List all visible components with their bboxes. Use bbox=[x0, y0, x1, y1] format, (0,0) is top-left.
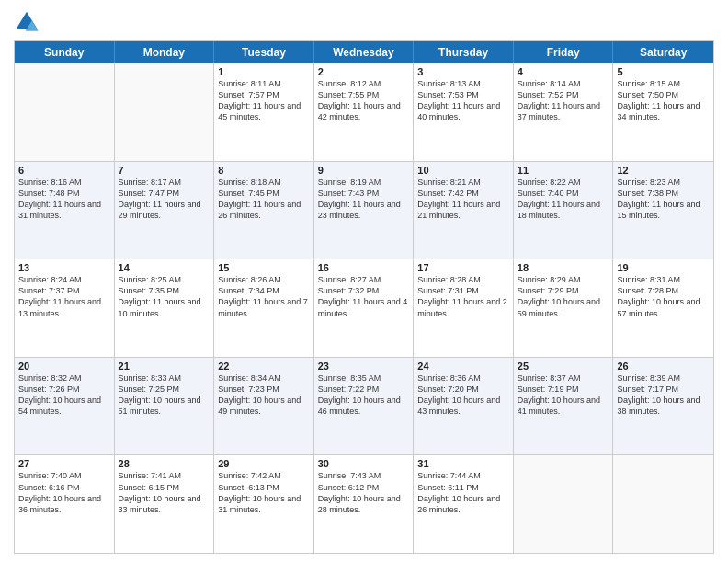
day-info: Sunrise: 8:36 AM Sunset: 7:20 PM Dayligh… bbox=[417, 373, 509, 418]
calendar-cell: 11Sunrise: 8:22 AM Sunset: 7:40 PM Dayli… bbox=[514, 162, 614, 259]
calendar-cell: 16Sunrise: 8:27 AM Sunset: 7:32 PM Dayli… bbox=[314, 259, 415, 357]
day-number: 6 bbox=[18, 165, 110, 176]
calendar-cell: 23Sunrise: 8:35 AM Sunset: 7:22 PM Dayli… bbox=[314, 358, 415, 455]
calendar-cell: 21Sunrise: 8:33 AM Sunset: 7:25 PM Dayli… bbox=[115, 358, 215, 455]
day-info: Sunrise: 8:39 AM Sunset: 7:17 PM Dayligh… bbox=[617, 373, 710, 418]
day-info: Sunrise: 8:24 AM Sunset: 7:37 PM Dayligh… bbox=[18, 274, 110, 319]
day-number: 24 bbox=[417, 361, 509, 372]
day-info: Sunrise: 8:13 AM Sunset: 7:53 PM Dayligh… bbox=[417, 78, 509, 123]
day-number: 11 bbox=[518, 165, 609, 176]
calendar-cell bbox=[115, 63, 215, 161]
day-number: 4 bbox=[518, 66, 609, 77]
header-day-saturday: Saturday bbox=[613, 41, 713, 63]
calendar-cell: 15Sunrise: 8:26 AM Sunset: 7:34 PM Dayli… bbox=[214, 259, 314, 357]
day-info: Sunrise: 8:26 AM Sunset: 7:34 PM Dayligh… bbox=[218, 274, 310, 319]
day-info: Sunrise: 8:31 AM Sunset: 7:28 PM Dayligh… bbox=[617, 274, 710, 319]
day-info: Sunrise: 7:42 AM Sunset: 6:13 PM Dayligh… bbox=[218, 470, 310, 515]
day-info: Sunrise: 8:14 AM Sunset: 7:52 PM Dayligh… bbox=[518, 78, 609, 123]
calendar-cell: 25Sunrise: 8:37 AM Sunset: 7:19 PM Dayli… bbox=[514, 358, 614, 455]
calendar-cell: 10Sunrise: 8:21 AM Sunset: 7:42 PM Dayli… bbox=[414, 162, 514, 259]
calendar-cell: 20Sunrise: 8:32 AM Sunset: 7:26 PM Dayli… bbox=[15, 358, 115, 455]
calendar-cell: 17Sunrise: 8:28 AM Sunset: 7:31 PM Dayli… bbox=[414, 259, 514, 357]
day-number: 8 bbox=[218, 165, 310, 176]
day-info: Sunrise: 8:32 AM Sunset: 7:26 PM Dayligh… bbox=[18, 373, 110, 418]
calendar-row-2: 13Sunrise: 8:24 AM Sunset: 7:37 PM Dayli… bbox=[15, 259, 713, 357]
day-info: Sunrise: 7:41 AM Sunset: 6:15 PM Dayligh… bbox=[119, 470, 210, 515]
calendar-cell: 3Sunrise: 8:13 AM Sunset: 7:53 PM Daylig… bbox=[414, 63, 514, 161]
day-number: 14 bbox=[119, 262, 210, 273]
day-number: 26 bbox=[617, 361, 710, 372]
header-day-thursday: Thursday bbox=[414, 41, 514, 63]
calendar-cell bbox=[613, 455, 713, 553]
calendar-cell: 6Sunrise: 8:16 AM Sunset: 7:48 PM Daylig… bbox=[15, 162, 115, 259]
day-info: Sunrise: 8:27 AM Sunset: 7:32 PM Dayligh… bbox=[318, 274, 410, 319]
calendar-cell: 31Sunrise: 7:44 AM Sunset: 6:11 PM Dayli… bbox=[414, 455, 514, 553]
header-day-tuesday: Tuesday bbox=[214, 41, 314, 63]
day-number: 18 bbox=[518, 262, 609, 273]
day-info: Sunrise: 7:43 AM Sunset: 6:12 PM Dayligh… bbox=[318, 470, 410, 515]
day-info: Sunrise: 8:28 AM Sunset: 7:31 PM Dayligh… bbox=[417, 274, 509, 319]
calendar-cell: 5Sunrise: 8:15 AM Sunset: 7:50 PM Daylig… bbox=[613, 63, 713, 161]
day-info: Sunrise: 8:16 AM Sunset: 7:48 PM Dayligh… bbox=[18, 177, 110, 222]
day-number: 10 bbox=[417, 165, 509, 176]
day-number: 3 bbox=[417, 66, 509, 77]
day-info: Sunrise: 8:21 AM Sunset: 7:42 PM Dayligh… bbox=[417, 177, 509, 222]
day-info: Sunrise: 8:15 AM Sunset: 7:50 PM Dayligh… bbox=[617, 78, 710, 123]
header-day-friday: Friday bbox=[514, 41, 614, 63]
day-number: 29 bbox=[218, 458, 310, 469]
day-number: 25 bbox=[518, 361, 609, 372]
logo bbox=[14, 9, 43, 35]
day-info: Sunrise: 8:25 AM Sunset: 7:35 PM Dayligh… bbox=[119, 274, 210, 319]
calendar-cell: 14Sunrise: 8:25 AM Sunset: 7:35 PM Dayli… bbox=[115, 259, 215, 357]
day-info: Sunrise: 8:37 AM Sunset: 7:19 PM Dayligh… bbox=[518, 373, 609, 418]
day-info: Sunrise: 7:40 AM Sunset: 6:16 PM Dayligh… bbox=[18, 470, 110, 515]
day-number: 17 bbox=[417, 262, 509, 273]
calendar-cell: 18Sunrise: 8:29 AM Sunset: 7:29 PM Dayli… bbox=[514, 259, 614, 357]
day-info: Sunrise: 8:29 AM Sunset: 7:29 PM Dayligh… bbox=[518, 274, 609, 319]
day-number: 1 bbox=[218, 66, 310, 77]
day-number: 28 bbox=[119, 458, 210, 469]
day-info: Sunrise: 8:35 AM Sunset: 7:22 PM Dayligh… bbox=[318, 373, 410, 418]
day-number: 21 bbox=[119, 361, 210, 372]
calendar-body: 1Sunrise: 8:11 AM Sunset: 7:57 PM Daylig… bbox=[15, 63, 713, 553]
calendar-cell: 4Sunrise: 8:14 AM Sunset: 7:52 PM Daylig… bbox=[514, 63, 614, 161]
day-number: 15 bbox=[218, 262, 310, 273]
day-info: Sunrise: 8:23 AM Sunset: 7:38 PM Dayligh… bbox=[617, 177, 710, 222]
calendar-cell: 9Sunrise: 8:19 AM Sunset: 7:43 PM Daylig… bbox=[314, 162, 415, 259]
calendar-cell: 26Sunrise: 8:39 AM Sunset: 7:17 PM Dayli… bbox=[613, 358, 713, 455]
day-info: Sunrise: 8:12 AM Sunset: 7:55 PM Dayligh… bbox=[318, 78, 410, 123]
calendar-cell: 12Sunrise: 8:23 AM Sunset: 7:38 PM Dayli… bbox=[613, 162, 713, 259]
day-info: Sunrise: 8:34 AM Sunset: 7:23 PM Dayligh… bbox=[218, 373, 310, 418]
day-number: 22 bbox=[218, 361, 310, 372]
day-number: 19 bbox=[617, 262, 710, 273]
calendar-cell bbox=[514, 455, 614, 553]
calendar-cell: 8Sunrise: 8:18 AM Sunset: 7:45 PM Daylig… bbox=[214, 162, 314, 259]
header-day-sunday: Sunday bbox=[15, 41, 115, 63]
calendar-cell: 7Sunrise: 8:17 AM Sunset: 7:47 PM Daylig… bbox=[115, 162, 215, 259]
day-number: 13 bbox=[18, 262, 110, 273]
calendar-cell: 30Sunrise: 7:43 AM Sunset: 6:12 PM Dayli… bbox=[314, 455, 415, 553]
calendar-cell: 29Sunrise: 7:42 AM Sunset: 6:13 PM Dayli… bbox=[214, 455, 314, 553]
day-info: Sunrise: 8:11 AM Sunset: 7:57 PM Dayligh… bbox=[218, 78, 310, 123]
day-number: 5 bbox=[617, 66, 710, 77]
calendar-cell: 24Sunrise: 8:36 AM Sunset: 7:20 PM Dayli… bbox=[414, 358, 514, 455]
day-number: 20 bbox=[18, 361, 110, 372]
calendar-cell: 19Sunrise: 8:31 AM Sunset: 7:28 PM Dayli… bbox=[613, 259, 713, 357]
calendar-cell: 22Sunrise: 8:34 AM Sunset: 7:23 PM Dayli… bbox=[214, 358, 314, 455]
day-number: 7 bbox=[119, 165, 210, 176]
header bbox=[14, 9, 714, 35]
day-info: Sunrise: 8:22 AM Sunset: 7:40 PM Dayligh… bbox=[518, 177, 609, 222]
day-info: Sunrise: 8:19 AM Sunset: 7:43 PM Dayligh… bbox=[318, 177, 410, 222]
calendar-row-0: 1Sunrise: 8:11 AM Sunset: 7:57 PM Daylig… bbox=[15, 63, 713, 161]
day-number: 31 bbox=[417, 458, 509, 469]
day-info: Sunrise: 8:17 AM Sunset: 7:47 PM Dayligh… bbox=[119, 177, 210, 222]
calendar-row-1: 6Sunrise: 8:16 AM Sunset: 7:48 PM Daylig… bbox=[15, 161, 713, 259]
day-number: 27 bbox=[18, 458, 110, 469]
day-number: 12 bbox=[617, 165, 710, 176]
day-number: 30 bbox=[318, 458, 410, 469]
calendar-row-3: 20Sunrise: 8:32 AM Sunset: 7:26 PM Dayli… bbox=[15, 357, 713, 455]
header-day-monday: Monday bbox=[115, 41, 215, 63]
day-number: 2 bbox=[318, 66, 410, 77]
calendar: SundayMondayTuesdayWednesdayThursdayFrid… bbox=[14, 40, 714, 554]
calendar-cell: 27Sunrise: 7:40 AM Sunset: 6:16 PM Dayli… bbox=[15, 455, 115, 553]
